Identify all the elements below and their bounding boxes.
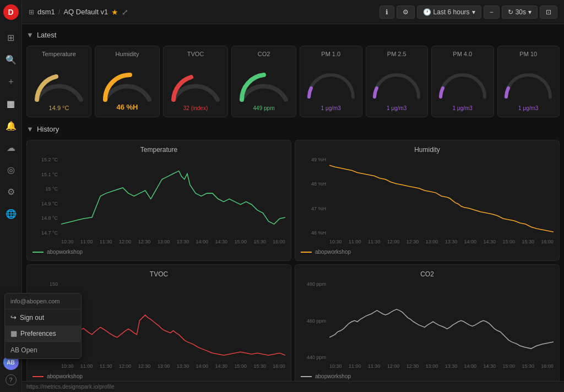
sidebar-icon-search[interactable]: 🔍 xyxy=(1,50,21,69)
dashboard-title: dsm1 xyxy=(37,8,55,16)
co2-x-axis: 10:3011:0011:3012:0012:3013:0013:3014:00… xyxy=(329,361,554,371)
sidebar-icon-explore[interactable]: ◎ xyxy=(1,160,21,179)
co2-value: 449 ppm xyxy=(253,105,275,111)
dashboard-name: AQ Default v1 xyxy=(63,8,108,16)
humidity-gauge-card: Humidity 46 %H xyxy=(95,46,160,117)
tvoc-legend-label: abopworkshop xyxy=(47,373,83,379)
refresh-button[interactable]: ↻ 30s ▾ xyxy=(502,6,538,19)
time-range-label: Last 6 hours xyxy=(433,8,470,16)
pm10b-gauge-svg xyxy=(503,72,553,100)
sidebar-icon-dashboards[interactable]: ⊞ xyxy=(1,28,21,47)
temperature-legend-line xyxy=(32,252,44,253)
temperature-y-axis: 15.2 °C15.1 °C15 °C14.9 °C14.8 °C14.7 °C xyxy=(32,157,60,236)
preferences-icon: ▦ xyxy=(10,329,17,337)
pm10-value: 1 μg/m3 xyxy=(321,105,341,111)
content-area: ▼ Latest Temperature 14.9 °C Humidity xyxy=(22,24,564,381)
temperature-chart-legend: abopworkshop xyxy=(32,249,285,255)
pm10b-gauge-canvas: 1 μg/m3 xyxy=(502,59,555,112)
pm10-gauge-svg xyxy=(306,72,356,100)
star-icon[interactable]: ★ xyxy=(111,8,118,17)
temperature-x-axis: 10:3011:0011:3012:0012:3013:0013:3014:00… xyxy=(61,237,285,247)
humidity-chart-area: 49 %H48 %H47 %H46 %H 10:3011:0011:3012:0… xyxy=(301,157,554,247)
pm40-value: 1 μg/m3 xyxy=(453,105,473,111)
sidebar-icon-config[interactable]: ⚙ xyxy=(1,182,21,202)
temperature-chart-area: 15.2 °C15.1 °C15 °C14.9 °C14.8 °C14.7 °C… xyxy=(32,157,285,247)
sidebar-icon-panels[interactable]: ▦ xyxy=(1,94,21,113)
help-button[interactable]: ? xyxy=(6,374,17,385)
user-popup: info@abopen.com ↪ Sign out ▦ Preferences… xyxy=(4,293,82,359)
latest-label: Latest xyxy=(37,31,56,39)
sidebar-icon-add[interactable]: ＋ xyxy=(1,72,21,91)
refresh-chevron-icon: ▾ xyxy=(528,8,532,16)
temperature-gauge-card: Temperature 14.9 °C xyxy=(26,46,91,117)
tvoc-gauge-canvas: 32 (index) xyxy=(168,59,223,112)
pm10b-gauge-card: PM 10 1 μg/m3 xyxy=(497,46,560,117)
app-logo[interactable]: D xyxy=(3,4,19,20)
topbar-actions: ℹ ⚙ 🕐 Last 6 hours ▾ − ↻ 30s ▾ ⊡ xyxy=(379,6,557,19)
info-button[interactable]: ℹ xyxy=(379,6,394,19)
latest-toggle[interactable]: ▼ xyxy=(26,31,34,39)
temperature-chart-svg xyxy=(61,157,285,235)
tvoc-x-axis: 10:3011:0011:3012:0012:3013:0013:3014:00… xyxy=(61,361,285,371)
temperature-gauge-label: Temperature xyxy=(42,51,76,57)
humidity-legend-line xyxy=(301,252,312,253)
pm10-gauge-label: PM 1.0 xyxy=(321,51,340,57)
charts-grid: Temperature 15.2 °C15.1 °C15 °C14.9 °C14… xyxy=(26,140,560,381)
humidity-chart-legend: abopworkshop xyxy=(301,249,554,255)
tvoc-gauge-svg xyxy=(168,69,223,102)
share-icon[interactable]: ⤢ xyxy=(122,8,128,17)
tvoc-legend-line xyxy=(32,376,44,377)
history-label: History xyxy=(37,125,59,133)
topbar: ⊞ dsm1 / AQ Default v1 ★ ⤢ ℹ ⚙ 🕐 Last 6 … xyxy=(22,0,564,24)
latest-section-header: ▼ Latest xyxy=(26,29,560,41)
humidity-gauge-label: Humidity xyxy=(116,51,139,57)
pm10b-gauge-label: PM 10 xyxy=(519,51,537,57)
preferences-item[interactable]: ▦ Preferences xyxy=(5,325,81,341)
sign-out-item[interactable]: ↪ Sign out xyxy=(5,309,81,325)
pm40-gauge-canvas: 1 μg/m3 xyxy=(436,59,489,112)
co2-chart-area: 480 ppm460 ppm440 ppm 10:3011:0011:3012:… xyxy=(301,281,554,371)
humidity-gauge-svg xyxy=(100,69,155,102)
humidity-chart-card: Humidity 49 %H48 %H47 %H46 %H 10:3011:00… xyxy=(295,140,560,261)
gauges-row: Temperature 14.9 °C Humidity xyxy=(26,46,560,117)
settings-button[interactable]: ⚙ xyxy=(397,6,415,19)
tvoc-gauge-card: TVOC 32 (index) xyxy=(163,46,228,117)
chevron-icon: ▾ xyxy=(472,8,475,16)
co2-chart-title: CO2 xyxy=(301,270,554,278)
pm10-gauge-canvas: 1 μg/m3 xyxy=(305,59,357,112)
humidity-legend-label: abopworkshop xyxy=(315,249,351,255)
temperature-legend-label: abopworkshop xyxy=(47,249,83,255)
zoom-out-button[interactable]: − xyxy=(484,6,500,19)
history-toggle[interactable]: ▼ xyxy=(26,125,34,133)
sidebar-icon-globe[interactable]: 🌐 xyxy=(1,204,21,224)
co2-y-axis: 480 ppm460 ppm440 ppm xyxy=(301,281,328,360)
temperature-value: 14.9 °C xyxy=(49,105,69,111)
co2-legend-line xyxy=(301,376,312,377)
temperature-gauge-canvas: 14.9 °C xyxy=(31,59,86,112)
humidity-chart-title: Humidity xyxy=(301,146,554,154)
tvoc-gauge-label: TVOC xyxy=(187,51,204,57)
refresh-icon: ↻ xyxy=(508,8,513,16)
co2-legend-label: abopworkshop xyxy=(315,373,351,379)
sidebar: D ⊞ 🔍 ＋ ▦ 🔔 ☁ ◎ ⚙ 🌐 info@abopen.com ↪ Si… xyxy=(0,0,22,392)
display-button[interactable]: ⊡ xyxy=(540,6,557,19)
time-range-button[interactable]: 🕐 Last 6 hours ▾ xyxy=(417,6,481,19)
tvoc-chart-title: TVOC xyxy=(32,270,285,278)
main-content: ⊞ dsm1 / AQ Default v1 ★ ⤢ ℹ ⚙ 🕐 Last 6 … xyxy=(22,0,564,392)
pm10b-value: 1 μg/m3 xyxy=(518,105,538,111)
history-section-header: ▼ History xyxy=(26,123,560,135)
breadcrumb-icon: ⊞ xyxy=(29,8,34,16)
refresh-rate-label: 30s xyxy=(516,8,526,16)
breadcrumb: ⊞ dsm1 / AQ Default v1 ★ ⤢ xyxy=(29,8,128,17)
sidebar-icon-alerts[interactable]: 🔔 xyxy=(1,116,21,135)
co2-chart-svg xyxy=(329,281,554,360)
breadcrumb-separator: / xyxy=(58,8,61,16)
sidebar-icon-cloud[interactable]: ☁ xyxy=(1,138,21,157)
sign-out-icon: ↪ xyxy=(10,313,17,322)
co2-chart-card: CO2 480 ppm460 ppm440 ppm 10:3011:0011:3… xyxy=(295,264,560,381)
temperature-gauge-svg xyxy=(31,69,86,102)
humidity-gauge-canvas: 46 %H xyxy=(100,59,155,112)
pm25-gauge-svg xyxy=(372,72,421,100)
humidity-x-axis: 10:3011:0011:3012:0012:3013:0013:3014:00… xyxy=(329,237,554,247)
tvoc-chart-legend: abopworkshop xyxy=(32,373,285,379)
